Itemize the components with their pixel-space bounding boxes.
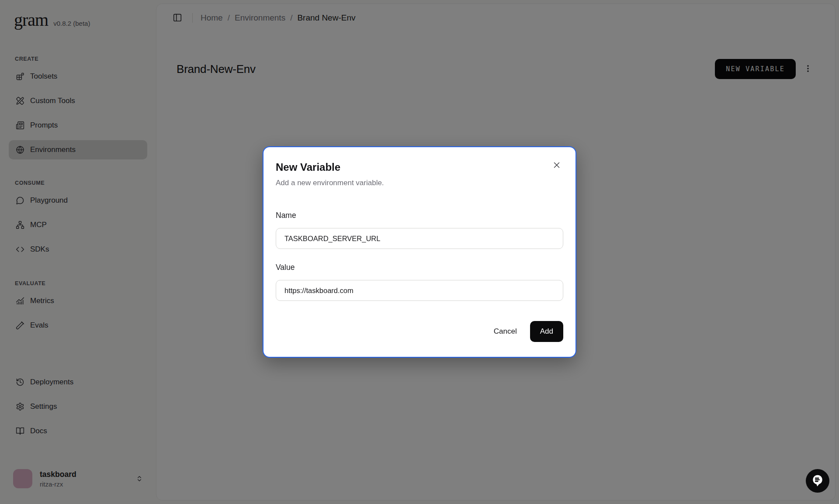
help-chat-button[interactable] [806, 469, 829, 493]
cancel-button[interactable]: Cancel [487, 323, 524, 340]
value-field-label: Value [276, 263, 563, 272]
modal-title: New Variable [276, 161, 563, 173]
value-field[interactable] [276, 280, 563, 301]
chat-bubble-icon [811, 473, 825, 489]
name-field-label: Name [276, 211, 563, 220]
new-variable-modal: New Variable Add a new environment varia… [263, 146, 576, 358]
modal-footer: Cancel Add [276, 321, 563, 342]
name-field[interactable] [276, 228, 563, 249]
modal-close-button[interactable] [550, 159, 563, 173]
close-icon [552, 165, 562, 171]
modal-subtitle: Add a new environment variable. [276, 179, 563, 187]
add-button[interactable]: Add [530, 321, 563, 342]
